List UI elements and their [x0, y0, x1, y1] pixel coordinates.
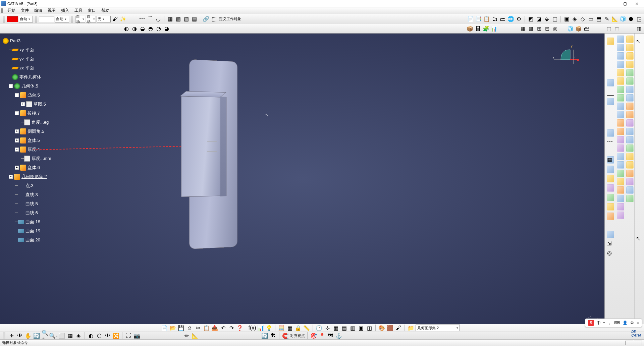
box-icon-1[interactable]: ▦ [166, 15, 174, 23]
extrude-surf-icon[interactable] [617, 36, 624, 43]
curve-icon-3[interactable]: ◡ [155, 15, 162, 23]
pattern-icon[interactable] [626, 195, 634, 202]
affinity-icon[interactable] [617, 170, 624, 177]
3dx-3-icon[interactable]: 🗺 [327, 332, 334, 339]
paste-props-icon[interactable]: ✨ [119, 15, 127, 23]
line-style-combo[interactable] [39, 16, 54, 22]
define-workobj-label[interactable]: 定义工作对象 [219, 16, 241, 21]
slot-icon[interactable] [626, 86, 634, 93]
hide-show-icon[interactable]: 👁 [104, 332, 111, 339]
redo-icon[interactable]: ↷ [228, 324, 235, 332]
status-indicator-2[interactable] [634, 341, 642, 345]
select-arrow2-icon[interactable]: ↖ [636, 235, 643, 242]
calc-icon[interactable]: 🧮 [278, 324, 285, 332]
hole-icon[interactable] [626, 69, 634, 76]
obj-tool-1[interactable]: 📦 [466, 25, 474, 33]
clock-icon[interactable]: 🕐 [315, 324, 323, 332]
render-icon[interactable]: 🎨 [378, 324, 385, 332]
ime-bar[interactable]: S 中 • ， ⌨ 👤 ⚙ ≡ [585, 319, 642, 327]
trim-surf-icon[interactable] [617, 103, 624, 110]
help-icon[interactable]: ❓ [236, 324, 244, 332]
save-icon[interactable]: 💾 [177, 324, 185, 332]
menubar-grip[interactable] [1, 8, 3, 13]
copy-icon[interactable]: 📋 [203, 324, 210, 332]
rotate-icon[interactable] [617, 145, 624, 152]
tree-point3[interactable]: 点.3 [15, 181, 90, 190]
obj-tool-4[interactable]: 📊 [490, 25, 498, 33]
view4-icon[interactable]: ▣ [357, 324, 365, 332]
invert-icon[interactable] [617, 195, 624, 202]
circle-tool-icon[interactable] [607, 129, 614, 137]
shell2-icon[interactable] [626, 153, 634, 160]
extract-icon[interactable] [617, 128, 624, 135]
fill-surf-icon[interactable] [617, 69, 624, 76]
layer-combo[interactable]: 无 [97, 16, 111, 22]
tree-root[interactable]: Part3 [3, 36, 90, 45]
zoom-out-icon[interactable]: 🔍- [50, 332, 57, 339]
rotate-view-icon[interactable]: 🔄 [33, 332, 40, 339]
tree-fillet5[interactable]: +倒圆角.5 [15, 127, 90, 136]
paste-icon[interactable]: 📥 [211, 324, 218, 332]
ime-menu-icon[interactable]: ≡ [637, 321, 639, 325]
close-button[interactable]: ✕ [634, 1, 640, 7]
grid-tool-4[interactable]: ⊟ [543, 25, 551, 33]
gsd-tool-3[interactable]: ◒ [139, 25, 146, 33]
menu-start[interactable]: 开始 [5, 7, 18, 14]
tree-curve5[interactable]: 曲线.5 [15, 199, 90, 208]
point-tool-icon[interactable] [607, 79, 614, 86]
removeface-icon[interactable] [626, 178, 634, 185]
compass[interactable]: y z x [551, 43, 581, 66]
look-icon[interactable]: 👁 [16, 332, 23, 339]
blend-surf-icon[interactable] [617, 86, 624, 93]
view3-icon[interactable]: ▥ [349, 324, 356, 332]
ime-settings-icon[interactable]: ⚙ [630, 321, 634, 325]
origin-marker[interactable] [207, 141, 217, 152]
draft2-icon[interactable] [626, 145, 634, 152]
menu-insert[interactable]: 插入 [58, 7, 72, 14]
tree-surf19[interactable]: 曲面.19 [15, 226, 90, 235]
tree-curve6[interactable]: 曲线.6 [15, 208, 90, 217]
box-prim-icon[interactable] [607, 175, 614, 182]
tree-shell6[interactable]: +盒体.6 [15, 163, 90, 172]
normal-view-icon[interactable]: ⬜ [58, 332, 65, 339]
select-sub-icon[interactable] [607, 166, 614, 173]
axis-icon[interactable]: ⇲ [607, 240, 614, 247]
view-tool-6[interactable]: 🌐 [507, 15, 515, 23]
undo-icon[interactable]: ↶ [219, 324, 227, 332]
gsd-tool-5[interactable]: ◔ [155, 25, 162, 33]
misc-tool-2[interactable]: ◈ [571, 15, 578, 23]
iso-view-icon[interactable]: ◈ [75, 332, 82, 339]
boundary-icon[interactable] [617, 119, 624, 127]
curve-icon-2[interactable]: ⌒ [147, 15, 154, 23]
pocket-icon[interactable] [626, 44, 634, 51]
split-surf-icon[interactable] [617, 111, 624, 118]
body-tool-2[interactable]: 📦 [575, 25, 582, 33]
tree-geoset2[interactable]: −几何图形集.2 [9, 172, 90, 181]
wire-tool-2[interactable]: ⬚ [613, 25, 621, 33]
symmetry-icon[interactable] [617, 153, 624, 160]
measure-icon[interactable]: 📏 [303, 324, 310, 332]
wire-tool-1[interactable]: ◫ [605, 25, 612, 33]
line-tool-icon[interactable] [607, 89, 614, 96]
tb-grip-2[interactable] [35, 16, 37, 22]
select-arrow-icon[interactable]: ↖ [636, 38, 643, 45]
render-style-combo[interactable]: 自动 [86, 16, 96, 22]
chamfer-icon[interactable] [626, 136, 634, 143]
status-indicator-1[interactable] [625, 341, 633, 345]
opacity-combo[interactable]: 自动 [19, 16, 33, 22]
maximize-button[interactable]: ▢ [622, 1, 628, 7]
groove-icon[interactable] [626, 61, 634, 68]
removed-loft-icon[interactable] [626, 119, 634, 127]
3d-viewport[interactable]: Part3 xy 平面 yz 平面 zx 平面 零件几何体 −几何体.5 −凸台… [0, 34, 604, 324]
ime-brand-icon[interactable]: S [588, 320, 594, 326]
knowledge-icon[interactable]: 💡 [265, 324, 273, 332]
minimize-button[interactable]: — [610, 1, 616, 7]
tree-surf20[interactable]: 曲面.20 [15, 235, 90, 244]
tree-thickval[interactable]: 厚度...mm [21, 154, 90, 163]
pad-icon[interactable] [626, 36, 634, 43]
view-tool-1[interactable]: 📄 [467, 15, 474, 23]
view5-icon[interactable]: ◫ [366, 324, 373, 332]
fit-icon[interactable]: ◎ [607, 249, 614, 257]
extrapol-icon[interactable] [617, 178, 624, 185]
join-icon[interactable] [607, 203, 614, 211]
